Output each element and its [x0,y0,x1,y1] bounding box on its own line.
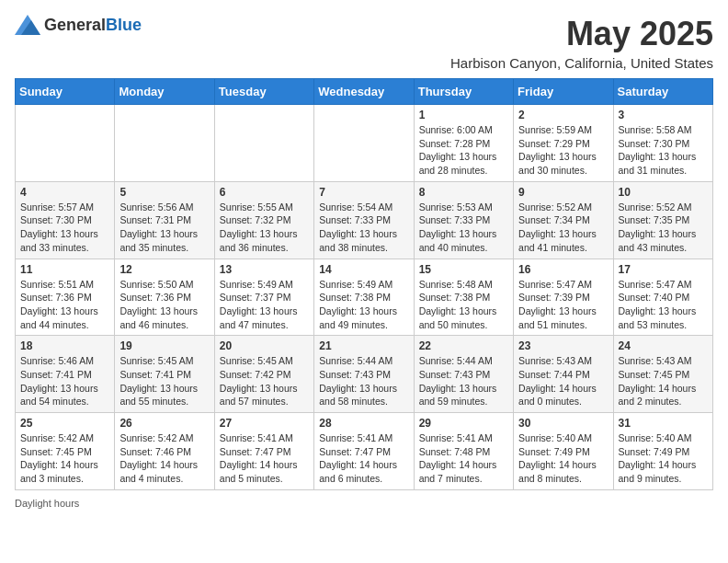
day-number: 7 [319,186,408,199]
sunset: Sunset: 7:36 PM [20,292,92,303]
sunset: Sunset: 7:48 PM [419,446,491,457]
day-info: Sunrise: 5:47 AM Sunset: 7:40 PM Dayligh… [619,278,708,332]
day-info: Sunrise: 5:45 AM Sunset: 7:42 PM Dayligh… [220,354,309,408]
sunrise: Sunrise: 5:54 AM [319,201,392,213]
month-title: May 2025 [450,15,713,53]
calendar-day-header: Sunday [16,79,115,105]
calendar-cell: 3 Sunrise: 5:58 AM Sunset: 7:30 PM Dayli… [613,105,712,182]
calendar-cell: 13 Sunrise: 5:49 AM Sunset: 7:37 PM Dayl… [214,259,313,336]
calendar-day-header: Saturday [613,79,712,105]
calendar-cell: 29 Sunrise: 5:41 AM Sunset: 7:48 PM Dayl… [414,413,513,490]
sunset: Sunset: 7:40 PM [619,292,690,303]
sunrise: Sunrise: 5:45 AM [220,355,293,366]
day-number: 5 [119,186,209,199]
calendar-day-header: Wednesday [314,79,414,105]
day-info: Sunrise: 5:49 AM Sunset: 7:37 PM Dayligh… [220,278,309,332]
day-info: Sunrise: 5:47 AM Sunset: 7:39 PM Dayligh… [518,278,608,332]
sunset: Sunset: 7:38 PM [419,292,491,303]
day-info: Sunrise: 5:52 AM Sunset: 7:35 PM Dayligh… [619,201,708,255]
daylight: Daylight: 13 hours and 44 minutes. [20,305,98,330]
day-number: 16 [518,263,608,276]
calendar-cell [314,105,414,182]
sunrise: Sunrise: 5:52 AM [619,201,692,213]
daylight: Daylight: 13 hours and 49 minutes. [319,305,397,330]
day-info: Sunrise: 5:58 AM Sunset: 7:30 PM Dayligh… [619,123,708,178]
sunset: Sunset: 7:28 PM [419,138,491,149]
daylight: Daylight: 13 hours and 57 minutes. [220,383,298,408]
day-number: 14 [319,263,408,276]
sunset: Sunset: 7:33 PM [419,214,491,225]
day-info: Sunrise: 5:44 AM Sunset: 7:43 PM Dayligh… [319,354,408,408]
page-header: GeneralBlue May 2025 Harbison Canyon, Ca… [15,15,713,71]
calendar-cell: 27 Sunrise: 5:41 AM Sunset: 7:47 PM Dayl… [214,413,313,490]
sunset: Sunset: 7:33 PM [319,214,391,225]
day-info: Sunrise: 5:59 AM Sunset: 7:29 PM Dayligh… [518,123,608,178]
day-info: Sunrise: 5:53 AM Sunset: 7:33 PM Dayligh… [419,201,508,255]
daylight: Daylight: 13 hours and 30 minutes. [518,151,597,176]
footer: Daylight hours [15,498,713,509]
sunrise: Sunrise: 5:52 AM [518,201,592,213]
calendar-cell: 20 Sunrise: 5:45 AM Sunset: 7:42 PM Dayl… [214,336,313,413]
day-info: Sunrise: 5:43 AM Sunset: 7:44 PM Dayligh… [518,354,608,408]
day-number: 23 [518,339,608,352]
day-info: Sunrise: 5:49 AM Sunset: 7:38 PM Dayligh… [319,278,408,332]
sunrise: Sunrise: 5:41 AM [220,432,293,443]
sunset: Sunset: 7:38 PM [319,292,391,303]
day-number: 8 [419,186,508,199]
day-number: 11 [20,263,109,276]
day-info: Sunrise: 5:43 AM Sunset: 7:45 PM Dayligh… [619,354,708,408]
location-title: Harbison Canyon, California, United Stat… [450,55,713,71]
daylight: Daylight: 13 hours and 33 minutes. [20,228,98,253]
calendar-cell [115,105,214,182]
sunset: Sunset: 7:31 PM [119,214,191,225]
logo: GeneralBlue [15,15,142,35]
logo-blue: Blue [106,16,142,34]
day-number: 19 [119,339,209,352]
calendar-cell: 10 Sunrise: 5:52 AM Sunset: 7:35 PM Dayl… [613,181,712,259]
daylight: Daylight: 14 hours and 4 minutes. [119,459,198,484]
daylight: Daylight: 13 hours and 41 minutes. [518,228,597,253]
sunrise: Sunrise: 5:40 AM [518,432,592,443]
sunrise: Sunrise: 5:43 AM [619,355,692,366]
sunrise: Sunrise: 5:43 AM [518,355,592,366]
day-info: Sunrise: 5:50 AM Sunset: 7:36 PM Dayligh… [119,278,209,332]
day-info: Sunrise: 5:57 AM Sunset: 7:30 PM Dayligh… [20,201,109,255]
calendar-cell: 24 Sunrise: 5:43 AM Sunset: 7:45 PM Dayl… [613,336,712,413]
day-info: Sunrise: 5:41 AM Sunset: 7:47 PM Dayligh… [220,431,309,486]
daylight: Daylight: 13 hours and 43 minutes. [619,228,697,253]
day-number: 13 [220,263,309,276]
daylight: Daylight: 14 hours and 5 minutes. [220,459,298,484]
sunset: Sunset: 7:30 PM [20,214,92,225]
sunset: Sunset: 7:35 PM [619,214,690,225]
calendar-cell: 12 Sunrise: 5:50 AM Sunset: 7:36 PM Dayl… [115,259,214,336]
calendar-cell: 19 Sunrise: 5:45 AM Sunset: 7:41 PM Dayl… [115,336,214,413]
daylight: Daylight: 13 hours and 31 minutes. [619,151,697,176]
calendar-cell: 28 Sunrise: 5:41 AM Sunset: 7:47 PM Dayl… [314,413,414,490]
calendar-cell: 14 Sunrise: 5:49 AM Sunset: 7:38 PM Dayl… [314,259,414,336]
sunset: Sunset: 7:30 PM [619,138,690,149]
calendar-header-row: SundayMondayTuesdayWednesdayThursdayFrid… [16,79,713,105]
title-area: May 2025 Harbison Canyon, California, Un… [450,15,713,71]
sunset: Sunset: 7:36 PM [119,292,191,303]
day-info: Sunrise: 5:54 AM Sunset: 7:33 PM Dayligh… [319,201,408,255]
calendar-day-header: Monday [115,79,214,105]
day-info: Sunrise: 5:45 AM Sunset: 7:41 PM Dayligh… [119,354,209,408]
day-number: 29 [419,417,508,430]
daylight: Daylight: 14 hours and 2 minutes. [619,383,697,408]
day-info: Sunrise: 5:52 AM Sunset: 7:34 PM Dayligh… [518,201,608,255]
calendar-day-header: Friday [514,79,613,105]
sunset: Sunset: 7:42 PM [220,369,291,380]
sunrise: Sunrise: 5:55 AM [220,201,293,213]
calendar-cell: 1 Sunrise: 6:00 AM Sunset: 7:28 PM Dayli… [414,105,513,182]
day-number: 26 [119,417,209,430]
day-number: 4 [20,186,109,199]
sunset: Sunset: 7:44 PM [518,369,590,380]
day-info: Sunrise: 5:40 AM Sunset: 7:49 PM Dayligh… [518,431,608,486]
day-info: Sunrise: 5:56 AM Sunset: 7:31 PM Dayligh… [119,201,209,255]
calendar-cell [214,105,313,182]
daylight: Daylight: 14 hours and 9 minutes. [619,459,697,484]
sunrise: Sunrise: 5:42 AM [119,432,193,443]
daylight: Daylight: 13 hours and 51 minutes. [518,305,597,330]
calendar-cell: 7 Sunrise: 5:54 AM Sunset: 7:33 PM Dayli… [314,181,414,259]
daylight: Daylight: 14 hours and 3 minutes. [20,459,98,484]
